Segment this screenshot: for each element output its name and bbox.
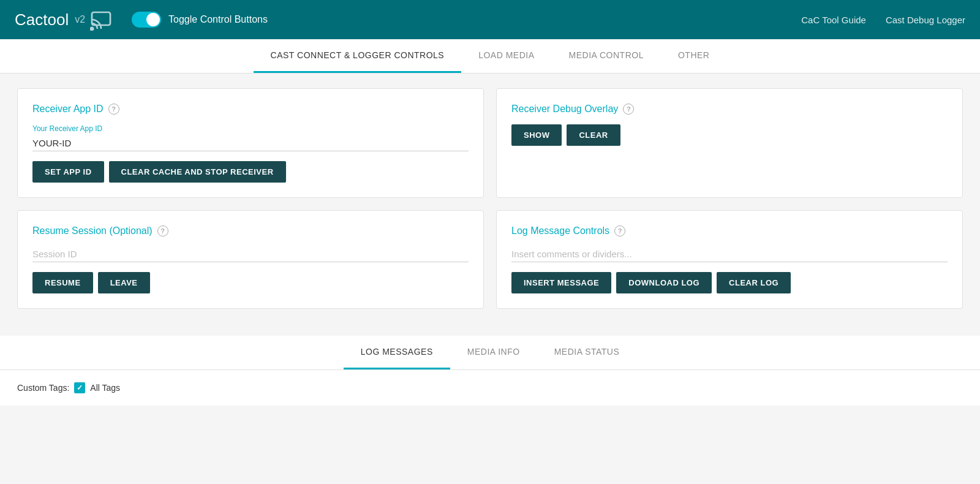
- tab-media-control[interactable]: MEDIA CONTROL: [552, 39, 661, 73]
- main-tabs: CAST CONNECT & LOGGER CONTROLS LOAD MEDI…: [0, 39, 980, 74]
- all-tags-checkbox[interactable]: [74, 382, 85, 393]
- receiver-debug-help-icon[interactable]: ?: [623, 104, 634, 115]
- receiver-debug-card: Receiver Debug Overlay ? SHOW CLEAR: [496, 88, 963, 198]
- nav-cac-tool-guide[interactable]: CaC Tool Guide: [801, 15, 866, 25]
- download-log-button[interactable]: DOWNLOAD LOG: [616, 272, 712, 293]
- toggle-label: Toggle Control Buttons: [168, 14, 268, 25]
- log-section: Custom Tags: All Tags: [0, 370, 980, 406]
- receiver-debug-label: Receiver Debug Overlay: [511, 104, 618, 115]
- tab-media-info[interactable]: MEDIA INFO: [450, 336, 537, 369]
- logo-version: v2: [75, 14, 85, 25]
- clear-log-button[interactable]: CLEAR LOG: [717, 272, 791, 293]
- clear-overlay-button[interactable]: CLEAR: [567, 124, 620, 146]
- resume-session-buttons: RESUME LEAVE: [32, 272, 469, 293]
- custom-tags-row: Custom Tags: All Tags: [17, 382, 963, 393]
- custom-tags-label: Custom Tags:: [17, 383, 69, 393]
- tab-log-messages[interactable]: LOG MESSAGES: [344, 336, 450, 369]
- tab-load-media[interactable]: LOAD MEDIA: [461, 39, 551, 73]
- session-id-input-group: [32, 246, 469, 262]
- tab-media-status[interactable]: MEDIA STATUS: [537, 336, 637, 369]
- main-content: Receiver App ID ? Your Receiver App ID S…: [0, 74, 980, 336]
- logo: Cactool v2: [15, 9, 112, 31]
- show-overlay-button[interactable]: SHOW: [511, 124, 562, 146]
- tab-cast-connect[interactable]: CAST CONNECT & LOGGER CONTROLS: [254, 39, 462, 73]
- session-id-input[interactable]: [32, 246, 469, 262]
- toggle-switch[interactable]: [132, 12, 161, 28]
- tab-other[interactable]: OTHER: [661, 39, 727, 73]
- resume-session-card: Resume Session (Optional) ? RESUME LEAVE: [17, 210, 484, 309]
- log-message-input-group: [511, 246, 948, 262]
- log-message-controls-help-icon[interactable]: ?: [614, 225, 625, 236]
- receiver-app-id-input[interactable]: [32, 135, 469, 151]
- cast-icon: [90, 9, 112, 31]
- header: Cactool v2 Toggle Control Buttons CaC To…: [0, 0, 980, 39]
- set-app-id-button[interactable]: SET APP ID: [32, 161, 104, 183]
- receiver-app-id-label: Receiver App ID: [32, 104, 104, 115]
- clear-cache-button[interactable]: CLEAR CACHE AND STOP RECEIVER: [109, 161, 286, 183]
- resume-session-label: Resume Session (Optional): [32, 225, 153, 236]
- receiver-app-id-help-icon[interactable]: ?: [108, 104, 119, 115]
- header-nav: CaC Tool Guide Cast Debug Logger: [801, 15, 965, 25]
- logo-text: Cactool: [15, 10, 69, 29]
- svg-point-1: [91, 28, 94, 31]
- receiver-debug-title: Receiver Debug Overlay ?: [511, 104, 948, 115]
- resume-session-title: Resume Session (Optional) ?: [32, 225, 469, 236]
- receiver-app-id-card: Receiver App ID ? Your Receiver App ID S…: [17, 88, 484, 198]
- bottom-grid: Resume Session (Optional) ? RESUME LEAVE…: [17, 210, 963, 309]
- log-message-controls-label: Log Message Controls: [511, 225, 609, 236]
- bottom-tabs: LOG MESSAGES MEDIA INFO MEDIA STATUS: [0, 336, 980, 370]
- receiver-app-id-sublabel: Your Receiver App ID: [32, 124, 469, 133]
- receiver-app-id-buttons: SET APP ID CLEAR CACHE AND STOP RECEIVER: [32, 161, 469, 183]
- log-message-controls-title: Log Message Controls ?: [511, 225, 948, 236]
- receiver-debug-buttons: SHOW CLEAR: [511, 124, 948, 146]
- bottom-section: LOG MESSAGES MEDIA INFO MEDIA STATUS Cus…: [0, 336, 980, 406]
- leave-button[interactable]: LEAVE: [98, 272, 150, 293]
- insert-message-button[interactable]: INSERT MESSAGE: [511, 272, 611, 293]
- receiver-app-id-title: Receiver App ID ?: [32, 104, 469, 115]
- all-tags-label: All Tags: [90, 383, 120, 393]
- top-grid: Receiver App ID ? Your Receiver App ID S…: [17, 88, 963, 198]
- receiver-app-id-input-group: Your Receiver App ID: [32, 124, 469, 151]
- log-message-buttons: INSERT MESSAGE DOWNLOAD LOG CLEAR LOG: [511, 272, 948, 293]
- toggle-control[interactable]: Toggle Control Buttons: [132, 12, 268, 28]
- log-message-controls-card: Log Message Controls ? INSERT MESSAGE DO…: [496, 210, 963, 309]
- resume-button[interactable]: RESUME: [32, 272, 93, 293]
- log-message-input[interactable]: [511, 246, 948, 262]
- resume-session-help-icon[interactable]: ?: [157, 225, 168, 236]
- nav-cast-debug-logger[interactable]: Cast Debug Logger: [886, 15, 965, 25]
